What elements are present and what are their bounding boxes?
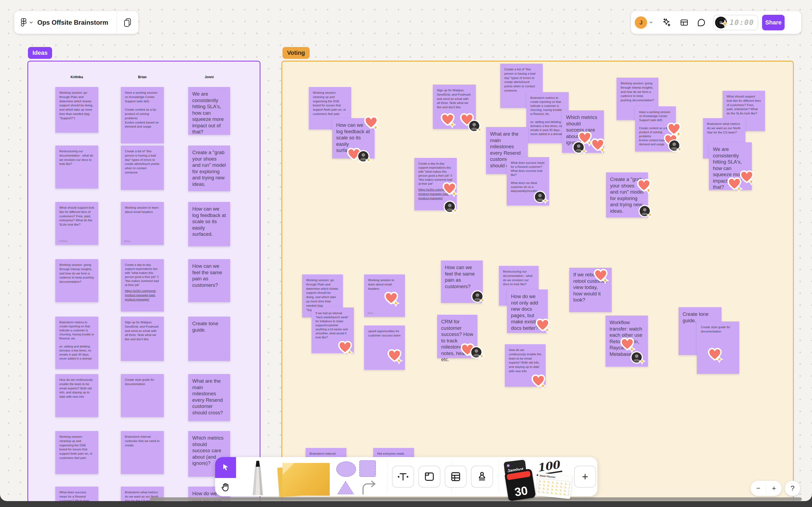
sticky-note-text: Create style guide for documentation [125, 378, 160, 386]
square-shape-tool[interactable] [359, 460, 376, 477]
sticky-note[interactable]: CRM for customer success? How to track m… [437, 315, 477, 358]
horizontal-scrollbar[interactable] [150, 497, 802, 501]
sticky-note-link[interactable]: https://a16z.com/good-product-manager-ba… [125, 289, 160, 301]
sticky-note[interactable]: If we had an internal “hack week/launch … [311, 307, 354, 353]
sticky-note[interactable]: Have a working session on Knowledge Cent… [121, 87, 164, 144]
sticky-note[interactable]: Create a "grab your shoes and run" model… [606, 172, 648, 218]
sticky-note[interactable]: Working session: go through Plain and de… [55, 87, 98, 133]
sticky-note-text: Brainstorm metrics to create reporting o… [59, 320, 94, 361]
triangle-shape-tool[interactable] [337, 480, 354, 495]
sticky-note[interactable]: Sign up for Mailgun, SendGrid, and Postm… [433, 84, 476, 129]
add-tool-button[interactable]: + [574, 466, 596, 488]
templates-grid-icon[interactable] [680, 18, 689, 27]
marker-pen-tool[interactable] [243, 460, 273, 496]
section-label-ideas[interactable]: Ideas [28, 47, 52, 59]
sticky-note-text: Working session to learn about email hea… [368, 278, 401, 291]
sticky-note-tool[interactable] [283, 463, 330, 496]
sticky-note[interactable]: Brainstorm internal runbooks that we nee… [121, 431, 164, 474]
figjam-canvas[interactable]: Ideas Voting KrithikaBrianJonniWorking s… [0, 0, 812, 501]
sticky-note-link[interactable]: https://a16z.com/good-product-manager-ba… [418, 188, 453, 200]
sticky-note-text: If we rebuilt retool customer view today… [573, 272, 607, 303]
sticky-note-text: Create style guide for documentation [701, 325, 735, 334]
share-button[interactable]: Share [762, 15, 785, 30]
sticky-note[interactable]: upsell opportunities for customer succes… [364, 326, 405, 370]
sticky-note[interactable]: What does success mean for a Resend cust… [55, 487, 98, 501]
sticky-note-text: Restructuring our documentation - what d… [503, 270, 535, 287]
ellipse-shape-tool[interactable] [336, 461, 356, 477]
flower-icon: ✽ [507, 463, 510, 468]
sticky-note[interactable]: How can we log feedback at scale so its … [188, 202, 230, 246]
sticky-note-text: Workflow transfer: watch each other use … [610, 319, 644, 357]
sticky-note[interactable]: How can we log feedback at scale so its … [332, 118, 374, 158]
sticky-note[interactable]: Create a day-to-day support expectations… [414, 158, 457, 210]
sticky-note[interactable]: Create style guide for documentation [121, 374, 164, 417]
sticky-note[interactable]: How do we continuously enable the team t… [55, 374, 98, 417]
calendar-widget[interactable]: 30 [504, 468, 536, 501]
actions-header-card: J ♪ 10:00 [631, 11, 801, 34]
sticky-note[interactable]: What are the main milestones every Resen… [188, 374, 230, 421]
sticky-note-author: Krithika [59, 239, 67, 242]
sticky-note-text: Working session: go through Plain and de… [59, 91, 94, 121]
chevron-down-icon[interactable] [29, 21, 33, 24]
sticky-note-text: Working session: going through Inkeep in… [59, 263, 94, 284]
zoom-in-button[interactable]: + [766, 484, 782, 493]
pages-copy-icon[interactable] [117, 18, 138, 27]
file-title[interactable]: Ops Offsite Brainstorm [37, 19, 108, 26]
table-tool-button[interactable] [445, 466, 467, 488]
heart-sticker [440, 113, 457, 128]
sticky-note[interactable]: Working session: going through Inkeep in… [55, 259, 98, 302]
sticky-note[interactable]: Create a "grab your shoes and run" model… [188, 146, 230, 191]
sticky-note-text: How can we log feedback at scale so its … [336, 122, 370, 154]
sticky-note[interactable]: We are consistently hitting SLA's, how c… [709, 142, 752, 190]
sticky-note[interactable]: Sign up for Mailgun, SendGrid, and Postm… [121, 317, 164, 361]
sticky-note[interactable]: Working session to learn about email hea… [121, 202, 164, 245]
sticky-note-text: upsell opportunities for customer succes… [368, 329, 401, 338]
help-button[interactable]: ? [785, 481, 800, 496]
sticky-note[interactable]: How can we feel the same pain as custome… [188, 259, 230, 302]
sticky-note[interactable]: How do we not only add new docs pages, b… [507, 289, 548, 333]
select-tool-button[interactable] [215, 457, 236, 478]
sticky-note[interactable]: Brainstorm metrics to create reporting o… [55, 317, 98, 369]
sticky-note[interactable]: Have a working session on Knowledge Cent… [635, 106, 676, 152]
sticky-note-text: Create a list of "this person is having … [125, 149, 160, 175]
sticky-note-text: Have a working session on Knowledge Cent… [639, 110, 672, 146]
comment-bubble-icon[interactable] [697, 18, 706, 27]
sticky-note-text: How can we feel the same pain as custome… [192, 263, 226, 288]
zoom-out-button[interactable]: − [751, 484, 766, 493]
sticky-note[interactable]: What should support look like for differ… [55, 202, 98, 245]
section-tool-button[interactable] [418, 466, 441, 488]
cursor-arrow-icon [221, 463, 230, 472]
figma-logo-icon[interactable] [20, 18, 27, 27]
sticky-note[interactable]: Working session: cleaning up and organiz… [55, 431, 98, 474]
text-tool-button[interactable] [392, 466, 414, 488]
week-planner-widget[interactable]: Week Planner [536, 472, 573, 499]
sticky-note[interactable]: Create tone guide. [188, 317, 230, 361]
hand-tool-button[interactable] [215, 478, 236, 496]
music-timer-widget[interactable]: ♪ 10:00 [713, 15, 758, 30]
sticky-note[interactable]: Working session to learn about email hea… [364, 274, 405, 317]
sticky-note[interactable]: Create a list of "this person is having … [121, 146, 164, 190]
sticky-note-text: Brainstorm metrics to create reporting o… [530, 96, 565, 136]
sticky-note[interactable]: Restructuring our documentation - what d… [55, 146, 98, 188]
sticky-note[interactable]: How do we continuously enable the team t… [505, 344, 545, 387]
sticky-note-text: Working session: go through Plain and de… [306, 278, 339, 312]
sticky-note-author: Brian [367, 312, 373, 315]
sticky-note[interactable]: How can we feel the same pain as custome… [441, 261, 483, 303]
sticky-note-text: Brainstorm what metrics do we want as ou… [707, 122, 741, 134]
stamp-tool-button[interactable] [471, 466, 493, 488]
sticky-note-text: Working session: cleaning up and organiz… [59, 435, 94, 460]
sticky-note[interactable]: If we rebuilt retool customer view today… [569, 268, 612, 312]
sticky-note[interactable]: What does success mean for a Resend cust… [507, 157, 549, 206]
sticky-note[interactable]: We are consistently hitting SLA's, how c… [188, 87, 230, 135]
sticky-note[interactable]: Create style guide for documentation [697, 322, 739, 374]
sticky-note[interactable]: Workflow transfer: watch each other use … [605, 316, 648, 367]
connector-arrow-tool[interactable] [361, 479, 378, 495]
chevron-down-icon[interactable] [649, 21, 653, 23]
sticky-note-text: What does success mean for a Resend cust… [59, 490, 94, 501]
sticky-note[interactable]: Create a day-to-day support expectations… [121, 259, 164, 312]
sticky-note-text: Create a list of "this person is having … [504, 67, 539, 93]
ai-sparkle-icon[interactable] [662, 18, 672, 27]
user-avatar[interactable]: J [635, 16, 647, 29]
sticky-note[interactable]: Which metrics should success care about … [562, 110, 604, 153]
section-label-voting[interactable]: Voting [283, 47, 309, 59]
